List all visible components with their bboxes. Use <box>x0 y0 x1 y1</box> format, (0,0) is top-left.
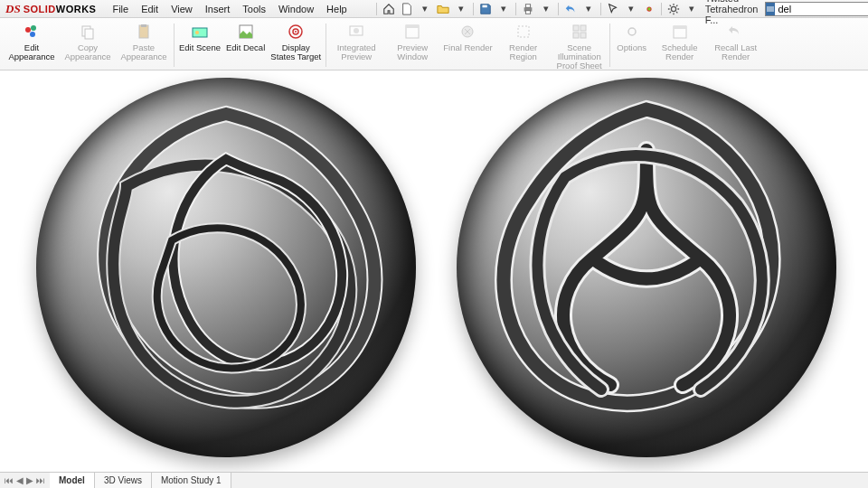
recall-icon <box>726 22 746 42</box>
proof-icon <box>570 22 590 42</box>
tab-prev-icon[interactable]: ◀ <box>15 475 24 485</box>
svg-point-19 <box>295 31 297 33</box>
ribbon-scene-illumination-proof-sheet: Scene Illumination Proof Sheet <box>552 20 608 70</box>
tab-last-icon[interactable]: ⏭ <box>35 475 46 485</box>
ribbon-label: Display States Target <box>270 43 321 61</box>
tab-next-icon[interactable]: ▶ <box>25 475 34 485</box>
ribbon-options: Options <box>612 20 652 52</box>
ribbon-label: Final Render <box>443 43 492 52</box>
options-gear-icon[interactable] <box>665 2 682 16</box>
copy-icon <box>78 22 98 42</box>
dropdown-icon[interactable]: ▾ <box>684 2 700 16</box>
menu-window[interactable]: Window <box>273 2 319 16</box>
decal-icon <box>236 22 256 42</box>
options-icon <box>622 22 642 42</box>
ribbon-edit-appearance[interactable]: Edit Appearance <box>4 20 60 61</box>
svg-rect-27 <box>580 25 586 31</box>
dropdown-icon[interactable]: ▾ <box>417 2 433 16</box>
svg-rect-23 <box>406 25 419 28</box>
menu-view[interactable]: View <box>165 2 198 16</box>
menu-bar: File Edit View Insert Tools Window Help <box>107 2 364 16</box>
svg-point-6 <box>671 6 675 11</box>
search-box[interactable]: 🔍 ▾ <box>765 2 868 16</box>
ribbon-divider <box>174 23 175 67</box>
paste-icon <box>134 22 154 42</box>
search-scope-icon[interactable] <box>766 3 775 15</box>
ribbon-display-states-target[interactable]: Display States Target <box>268 20 324 61</box>
menu-tools[interactable]: Tools <box>237 2 271 16</box>
ribbon-toolbar: Edit AppearanceCopy AppearancePaste Appe… <box>0 18 868 70</box>
ribbon-label: Edit Appearance <box>6 43 57 61</box>
ribbon-label: Schedule Render <box>655 43 705 61</box>
tab-model[interactable]: Model <box>50 473 95 488</box>
ribbon-final-render: Final Render <box>440 20 495 52</box>
scene-icon <box>190 22 210 42</box>
ribbon-render-region: Render Region <box>495 20 552 61</box>
ribbon-label: Integrated Preview <box>331 43 382 61</box>
palette-icon <box>22 22 42 42</box>
svg-point-21 <box>354 28 359 33</box>
menu-pin-icon[interactable] <box>354 2 365 16</box>
target-icon <box>286 22 306 42</box>
new-doc-icon[interactable] <box>399 2 415 16</box>
preview-icon <box>346 22 366 42</box>
ribbon-edit-decal[interactable]: Edit Decal <box>223 20 268 52</box>
graphics-viewport[interactable] <box>0 70 868 472</box>
ribbon-edit-scene[interactable]: Edit Scene <box>176 20 223 52</box>
view-tabs: ⏮ ◀ ▶ ⏭ Model 3D Views Motion Study 1 <box>0 472 868 488</box>
region-icon <box>514 22 533 42</box>
svg-point-15 <box>195 31 199 34</box>
schedule-icon <box>670 22 690 42</box>
ribbon-integrated-preview: Integrated Preview <box>328 20 384 61</box>
menu-file[interactable]: File <box>107 2 134 16</box>
tab-first-icon[interactable]: ⏮ <box>4 475 14 485</box>
svg-rect-12 <box>139 25 148 38</box>
ribbon-divider <box>326 23 326 67</box>
rebuild-icon[interactable] <box>641 2 657 16</box>
dropdown-icon[interactable]: ▾ <box>580 2 597 16</box>
rendered-model-left <box>36 78 416 457</box>
ribbon-label: Recall Last Render <box>711 43 761 61</box>
ribbon-label: Edit Scene <box>179 43 221 52</box>
svg-rect-0 <box>482 5 486 7</box>
dropdown-icon[interactable]: ▾ <box>453 2 469 16</box>
ribbon-preview-window: Preview Window <box>384 20 440 61</box>
ribbon-paste-appearance: Paste Appearance <box>116 20 172 61</box>
dropdown-icon[interactable]: ▾ <box>495 2 512 16</box>
search-input[interactable] <box>775 4 868 14</box>
save-icon[interactable] <box>477 2 494 16</box>
ribbon-copy-appearance: Copy Appearance <box>60 20 116 61</box>
undo-icon[interactable] <box>562 2 579 16</box>
menu-insert[interactable]: Insert <box>200 2 236 16</box>
rendered-model-right <box>457 78 836 457</box>
ribbon-label: Render Region <box>498 43 549 61</box>
title-bar: DS SOLIDWORKS File Edit View Insert Tool… <box>0 0 868 18</box>
select-icon[interactable] <box>605 2 621 16</box>
dropdown-icon[interactable]: ▾ <box>623 2 639 16</box>
render-icon <box>458 22 477 42</box>
window-icon <box>402 22 422 42</box>
app-logo: DS SOLIDWORKS <box>4 2 101 16</box>
svg-rect-11 <box>85 29 93 39</box>
home-icon[interactable] <box>381 2 397 16</box>
menu-help[interactable]: Help <box>321 2 353 16</box>
svg-rect-3 <box>525 10 530 14</box>
svg-point-5 <box>647 7 651 11</box>
quick-access-toolbar: ▾ ▾ ▾ ▾ ▾ ▾ ▾ <box>374 2 700 16</box>
dropdown-icon[interactable]: ▾ <box>538 2 554 16</box>
tab-motion-study-1[interactable]: Motion Study 1 <box>152 473 231 488</box>
svg-point-8 <box>31 25 36 31</box>
print-icon[interactable] <box>520 2 536 16</box>
tab-3d-views[interactable]: 3D Views <box>95 473 152 488</box>
ribbon-label: Edit Decal <box>226 43 265 52</box>
logo-ds-icon: DS <box>5 2 21 16</box>
svg-rect-32 <box>674 26 686 29</box>
ribbon-schedule-render: Schedule Render <box>652 20 708 61</box>
ribbon-label: Copy Appearance <box>62 43 113 61</box>
menu-edit[interactable]: Edit <box>136 2 164 16</box>
svg-point-7 <box>25 27 31 33</box>
model-geometry-icon <box>36 78 416 457</box>
ribbon-label: Options <box>617 43 646 52</box>
open-icon[interactable] <box>435 2 451 16</box>
svg-rect-29 <box>580 33 586 38</box>
